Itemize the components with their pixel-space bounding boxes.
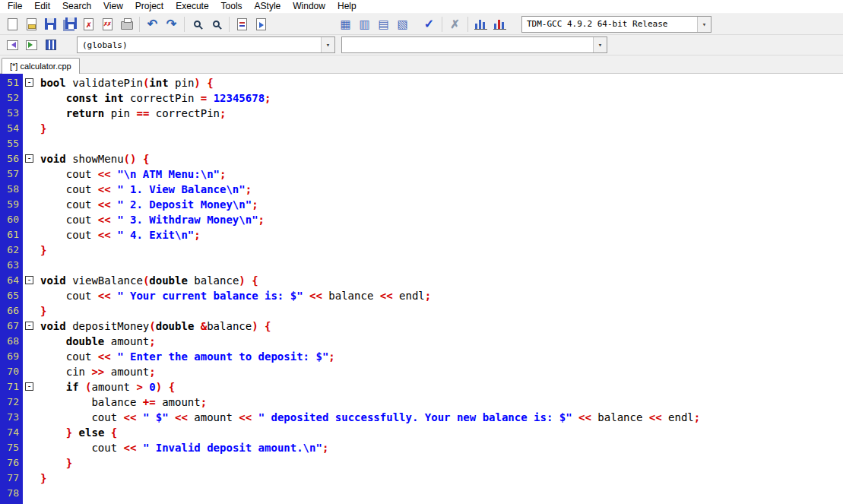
code-line[interactable]: 78 [0, 486, 843, 501]
line-number[interactable]: 67 [0, 319, 23, 334]
code-line[interactable]: 57 cout << "\n ATM Menu:\n"; [0, 166, 843, 182]
menu-file[interactable]: File [2, 0, 28, 13]
dropdown-arrow-icon[interactable]: ▾ [697, 17, 711, 32]
code-line[interactable]: 65 cout << " Your current balance is: $"… [0, 288, 843, 303]
line-number[interactable]: 64 [0, 273, 23, 288]
goto-line-button[interactable] [252, 15, 271, 33]
dropdown-arrow-icon[interactable]: ▾ [593, 37, 607, 52]
line-number[interactable]: 59 [0, 197, 23, 212]
code-line[interactable]: 73 cout << " $" << amount << " deposited… [0, 410, 843, 425]
menu-window[interactable]: Window [287, 0, 331, 13]
close-all-button[interactable] [98, 15, 117, 33]
code-line[interactable]: 64-void viewBalance(double balance) { [0, 273, 843, 288]
line-number[interactable]: 78 [0, 486, 23, 501]
open-file-button[interactable] [22, 15, 41, 33]
report-window-toggle[interactable]: ▤ [374, 15, 393, 33]
fold-marker-icon[interactable]: - [25, 382, 33, 391]
goto-definition-button[interactable] [22, 36, 41, 54]
menu-search[interactable]: Search [56, 0, 97, 13]
redo-button[interactable]: ↷ [162, 15, 181, 33]
line-number[interactable]: 56 [0, 151, 23, 166]
code-line[interactable]: 62} [0, 242, 843, 258]
project-manager-toggle[interactable]: ▦ [336, 15, 355, 33]
code-line[interactable]: 53 return pin == correctPin; [0, 106, 843, 121]
line-number[interactable]: 72 [0, 395, 23, 410]
tab-calculator-cpp[interactable]: [*] calculator.cpp [2, 58, 80, 74]
menu-tools[interactable]: Tools [215, 0, 249, 13]
line-number[interactable]: 70 [0, 364, 23, 379]
member-select[interactable]: ▾ [341, 36, 607, 53]
code-line[interactable]: 55 [0, 136, 843, 151]
line-number[interactable]: 69 [0, 349, 23, 364]
line-number[interactable]: 68 [0, 334, 23, 349]
line-number[interactable]: 66 [0, 303, 23, 319]
statusbar-toggle[interactable]: ▥ [355, 15, 374, 33]
line-number[interactable]: 57 [0, 166, 23, 182]
dropdown-arrow-icon[interactable]: ▾ [321, 37, 334, 52]
line-number[interactable]: 52 [0, 90, 23, 106]
fold-marker-icon[interactable]: - [25, 322, 33, 330]
syntax-check-button[interactable]: ✓ [420, 15, 439, 33]
line-number[interactable]: 75 [0, 440, 23, 455]
line-number[interactable]: 58 [0, 182, 23, 197]
class-browser-toggle[interactable]: ▧ [393, 15, 412, 33]
fold-marker-icon[interactable]: - [25, 78, 33, 87]
code-line[interactable]: 66} [0, 303, 843, 319]
code-line[interactable]: 75 cout << " Invalid deposit amount.\n"; [0, 440, 843, 455]
delete-profiling-button[interactable] [490, 15, 509, 33]
line-number[interactable]: 54 [0, 121, 23, 136]
code-line[interactable]: 76 } [0, 455, 843, 471]
line-number[interactable]: 53 [0, 106, 23, 121]
goto-declaration-button[interactable] [3, 36, 22, 54]
code-line[interactable]: 58 cout << " 1. View Balance\n"; [0, 182, 843, 197]
print-button[interactable] [117, 15, 136, 33]
menu-edit[interactable]: Edit [28, 0, 56, 13]
menu-help[interactable]: Help [331, 0, 363, 13]
code-line[interactable]: 61 cout << " 4. Exit\n"; [0, 227, 843, 242]
save-button[interactable] [41, 15, 60, 33]
line-number[interactable]: 74 [0, 425, 23, 440]
code-editor[interactable]: 51-bool validatePin(int pin) {52 const i… [0, 74, 843, 504]
line-number[interactable]: 63 [0, 258, 23, 273]
code-line[interactable]: 77} [0, 471, 843, 486]
code-line[interactable]: 59 cout << " 2. Deposit Money\n"; [0, 197, 843, 212]
line-number[interactable]: 71 [0, 379, 23, 395]
new-file-button[interactable] [3, 15, 22, 33]
code-line[interactable]: 52 const int correctPin = 12345678; [0, 90, 843, 106]
line-number[interactable]: 76 [0, 455, 23, 471]
line-number[interactable]: 60 [0, 212, 23, 227]
find-button[interactable] [188, 15, 207, 33]
code-line[interactable]: 72 balance += amount; [0, 395, 843, 410]
line-number[interactable]: 62 [0, 242, 23, 258]
code-line[interactable]: 54} [0, 121, 843, 136]
line-number[interactable]: 65 [0, 288, 23, 303]
menu-project[interactable]: Project [129, 0, 170, 13]
abort-compilation-button[interactable]: ✗ [445, 15, 464, 33]
code-line[interactable]: 60 cout << " 3. Withdraw Money\n"; [0, 212, 843, 227]
fold-marker-icon[interactable]: - [25, 154, 33, 163]
line-number[interactable]: 73 [0, 410, 23, 425]
menu-astyle[interactable]: AStyle [249, 0, 287, 13]
fold-marker-icon[interactable]: - [25, 276, 33, 284]
code-line[interactable]: 67-void depositMoney(double &balance) { [0, 319, 843, 334]
replace-button[interactable] [233, 15, 252, 33]
undo-button[interactable]: ↶ [143, 15, 162, 33]
code-line[interactable]: 56-void showMenu() { [0, 151, 843, 166]
code-line[interactable]: 70 cin >> amount; [0, 364, 843, 379]
line-number[interactable]: 77 [0, 471, 23, 486]
line-number[interactable]: 61 [0, 227, 23, 242]
menu-view[interactable]: View [97, 0, 129, 13]
profile-analysis-button[interactable] [471, 15, 490, 33]
code-line[interactable]: 71- if (amount > 0) { [0, 379, 843, 395]
code-line[interactable]: 68 double amount; [0, 334, 843, 349]
close-file-button[interactable] [79, 15, 98, 33]
code-line[interactable]: 63 [0, 258, 843, 273]
save-all-button[interactable] [60, 15, 79, 33]
menu-execute[interactable]: Execute [170, 0, 214, 13]
code-line[interactable]: 69 cout << " Enter the amount to deposit… [0, 349, 843, 364]
code-line[interactable]: 51-bool validatePin(int pin) { [0, 75, 843, 90]
compiler-select[interactable]: TDM-GCC 4.9.2 64-bit Release ▾ [521, 16, 711, 33]
line-number[interactable]: 51 [0, 75, 23, 90]
line-number[interactable]: 55 [0, 136, 23, 151]
code-line[interactable]: 74 } else { [0, 425, 843, 440]
